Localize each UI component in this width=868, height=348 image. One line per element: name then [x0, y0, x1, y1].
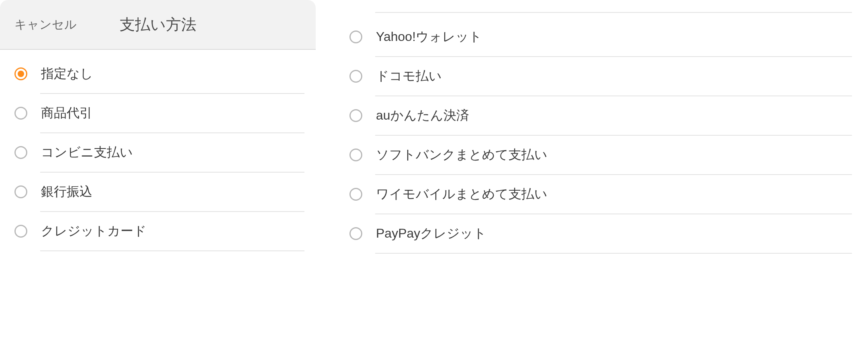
payment-option-label: ワイモバイルまとめて支払い [376, 185, 547, 203]
radio-icon [14, 67, 27, 80]
payment-option-row[interactable]: Yahoo!ウォレット [316, 18, 868, 56]
payment-option-label: クレジットカード [41, 222, 147, 240]
payment-option-row[interactable]: コンビニ支払い [0, 133, 316, 172]
radio-icon [349, 188, 362, 201]
radio-icon [349, 70, 362, 83]
modal-header: キャンセル 支払い方法 [0, 0, 316, 50]
left-panel: キャンセル 支払い方法 指定なし商品代引コンビニ支払い銀行振込クレジットカード [0, 0, 316, 348]
payment-option-row[interactable]: ワイモバイルまとめて支払い [316, 175, 868, 214]
payment-option-label: auかんたん決済 [376, 107, 469, 124]
payment-option-label: 銀行振込 [41, 183, 92, 201]
radio-icon [14, 185, 27, 198]
payment-option-label: ドコモ払い [376, 67, 442, 85]
payment-option-label: PayPayクレジット [376, 225, 486, 242]
radio-icon [14, 146, 27, 159]
payment-option-row[interactable]: クレジットカード [0, 212, 316, 250]
radio-icon [349, 31, 362, 43]
cancel-button[interactable]: キャンセル [14, 16, 77, 33]
payment-option-row[interactable]: 銀行振込 [0, 173, 316, 211]
payment-option-label: Yahoo!ウォレット [376, 28, 482, 46]
radio-icon [349, 149, 362, 161]
payment-option-row[interactable]: auかんたん決済 [316, 96, 868, 135]
payment-options-left: 指定なし商品代引コンビニ支払い銀行振込クレジットカード [0, 50, 316, 348]
payment-option-label: 指定なし [41, 65, 93, 83]
payment-option-row[interactable]: 指定なし [0, 55, 316, 93]
radio-icon [14, 107, 27, 120]
radio-icon [349, 227, 362, 240]
radio-icon [14, 225, 27, 238]
right-panel: Yahoo!ウォレットドコモ払いauかんたん決済ソフトバンクまとめて支払いワイモ… [316, 0, 868, 348]
divider [0, 250, 316, 251]
payment-options-right: Yahoo!ウォレットドコモ払いauかんたん決済ソフトバンクまとめて支払いワイモ… [316, 13, 868, 348]
payment-option-row[interactable]: PayPayクレジット [316, 214, 868, 253]
radio-icon [349, 109, 362, 122]
payment-option-row[interactable]: ソフトバンクまとめて支払い [316, 136, 868, 174]
radio-dot-icon [18, 71, 24, 77]
payment-option-row[interactable]: 商品代引 [0, 94, 316, 132]
payment-option-row[interactable]: ドコモ払い [316, 57, 868, 96]
payment-option-label: ソフトバンクまとめて支払い [376, 146, 547, 164]
payment-option-label: コンビニ支払い [41, 144, 133, 161]
payment-option-label: 商品代引 [41, 104, 92, 122]
divider [316, 253, 868, 254]
